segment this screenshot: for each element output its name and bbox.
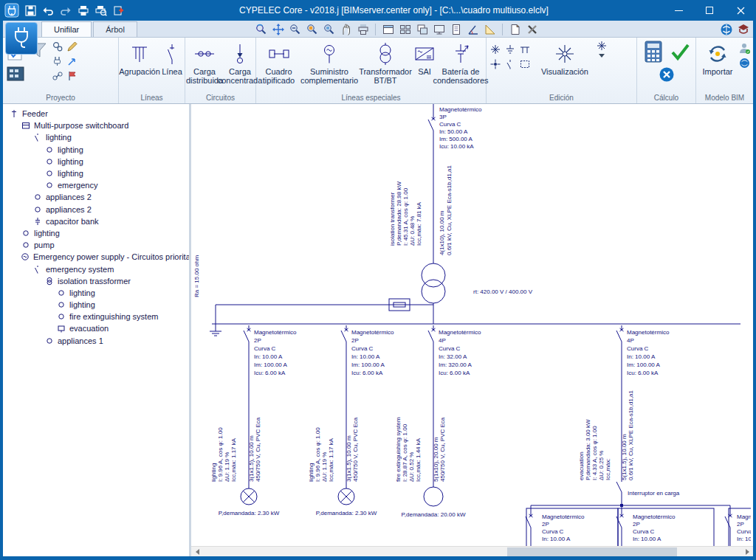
bateria-label: Batería de condensadores	[433, 67, 488, 85]
zoom-window-icon[interactable]	[305, 22, 319, 36]
export-icon[interactable]	[113, 5, 125, 16]
drawing-sheet-icon[interactable]	[449, 22, 463, 36]
symbol-node-icon[interactable]	[489, 58, 501, 70]
tree-item-lighting[interactable]: lighting	[3, 144, 189, 156]
tree-item-fire-extinguishing[interactable]: fire extinguishing system	[3, 311, 189, 322]
tab-arbol[interactable]: Árbol	[93, 21, 137, 37]
zoom-out-icon[interactable]	[288, 22, 302, 36]
redo-icon[interactable]	[60, 5, 72, 15]
pan-icon[interactable]	[339, 22, 353, 36]
print-drawing-icon[interactable]	[356, 22, 370, 36]
plug-config-icon[interactable]	[51, 55, 63, 67]
tree-label: evacuation	[69, 324, 109, 333]
tab-unifilar[interactable]: Unifilar	[41, 21, 92, 37]
minimize-button[interactable]	[663, 0, 694, 21]
bimserver-icon[interactable]	[719, 22, 733, 36]
tree-item-switchboard[interactable]: Multi-purpose switchboard	[3, 120, 189, 131]
branch4-breaker-symbol	[616, 325, 624, 345]
bateria-button[interactable]: Batería de condensadores	[438, 40, 484, 86]
scrollbar-thumb[interactable]	[507, 547, 677, 556]
zoom-extents-icon[interactable]	[271, 22, 285, 36]
horizontal-scrollbar[interactable]	[191, 546, 753, 556]
subpanel-icon	[56, 324, 66, 333]
tree-item-emergency-supply[interactable]: Emergency power supply - Circuitos prior…	[3, 251, 189, 263]
transformador-button[interactable]: Transformador BT/BT	[360, 40, 411, 86]
tile-windows-icon[interactable]	[398, 22, 412, 36]
agrupacion-button[interactable]: Agrupación	[121, 40, 158, 77]
svg-text:4(1x10), 10.00 m: 4(1x10), 10.00 m	[439, 210, 445, 255]
edicion-dropdown[interactable]	[593, 40, 611, 61]
save-icon[interactable]	[25, 5, 36, 16]
symbol-frame-icon[interactable]	[518, 58, 531, 70]
cancel-calculation-icon[interactable]	[659, 66, 675, 83]
print-preview-icon[interactable]	[95, 5, 107, 16]
agrupacion-icon	[128, 41, 151, 67]
tree-item-pump[interactable]: pump	[3, 239, 189, 251]
symbol-busbar-icon[interactable]	[518, 43, 531, 55]
options-gears-icon[interactable]	[51, 40, 63, 52]
scroll-left-arrow[interactable]	[191, 547, 203, 556]
tree-item-appliances2[interactable]: appliances 2	[3, 204, 189, 215]
check-results-icon[interactable]	[669, 40, 691, 63]
group-label-lineas: Líneas	[119, 93, 185, 103]
tree-label: emergency	[58, 181, 97, 190]
setsquare-icon[interactable]	[483, 22, 497, 36]
tree-item-lighting[interactable]: lighting	[3, 287, 189, 299]
tree-item-evacuation[interactable]: evacuation	[3, 322, 189, 334]
refresh-view-icon[interactable]	[254, 22, 268, 36]
tree-item-lighting[interactable]: lighting	[3, 167, 189, 179]
tree-item-appliances2[interactable]: appliances 2	[3, 191, 189, 203]
carga-concentrada-button[interactable]: Carga concentrada	[223, 40, 257, 86]
project-tree-panel[interactable]: Feeder Multi-purpose switchboard lightin…	[3, 104, 191, 556]
zoom-previous-icon[interactable]	[322, 22, 336, 36]
new-window-icon[interactable]	[381, 22, 395, 36]
calculator-icon[interactable]	[642, 40, 664, 63]
tree-item-lighting[interactable]: lighting	[3, 227, 189, 239]
tree-item-isolation-transformer[interactable]: isolation trassformer	[3, 275, 189, 287]
print-icon[interactable]	[78, 5, 89, 16]
user-account-icon[interactable]	[738, 42, 751, 55]
tree-label: pump	[34, 241, 55, 249]
main-breaker-symbol	[428, 114, 436, 134]
tree-item-lighting[interactable]: lighting	[3, 156, 189, 167]
importar-button[interactable]: Importar	[698, 40, 737, 77]
svg-text:4P: 4P	[627, 337, 634, 344]
tree-item-capacitor-bank[interactable]: capacitor bank	[3, 215, 189, 227]
close-button[interactable]	[725, 0, 756, 21]
linea-button[interactable]: Línea	[159, 40, 185, 77]
tree-item-emergency-system[interactable]: emergency system	[3, 263, 189, 274]
bim-sync-icon[interactable]	[738, 57, 751, 69]
tree-item-lighting[interactable]: lighting	[3, 299, 189, 311]
undo-icon[interactable]	[42, 5, 54, 15]
export-arrow-icon[interactable]	[66, 55, 78, 67]
tree-item-appliances1[interactable]: appliances 1	[3, 335, 189, 347]
edit-pencil-icon[interactable]	[66, 40, 78, 52]
visualizacion-button[interactable]: Visualización	[538, 40, 591, 77]
full-screen-icon[interactable]	[432, 22, 446, 36]
tree-item-feeder[interactable]: Feeder	[3, 108, 189, 120]
svg-text:ΔU: 0.25 %: ΔU: 0.25 %	[598, 451, 605, 480]
tree-item-lighting-group[interactable]: lighting	[3, 131, 189, 143]
tools-icon[interactable]	[525, 22, 539, 36]
carga-distribuida-button[interactable]: Carga distribuida	[188, 40, 221, 86]
symbol-ground-icon[interactable]	[504, 43, 516, 55]
link-icon[interactable]	[51, 69, 63, 82]
svg-text:Im: 500.00 A: Im: 500.00 A	[439, 136, 473, 142]
cascade-windows-icon[interactable]	[415, 22, 429, 36]
maximize-button[interactable]	[694, 0, 725, 21]
cuadro-tipificado-button[interactable]: Cuadro tipificado	[258, 40, 299, 86]
symbol-star-icon[interactable]	[489, 43, 501, 55]
template-sheet-icon[interactable]	[508, 22, 522, 36]
resources-icon[interactable]	[736, 22, 750, 36]
switchboard-panel-icon[interactable]	[5, 64, 26, 83]
tree-item-emergency[interactable]: emergency	[3, 179, 189, 191]
flag-icon[interactable]	[66, 69, 78, 82]
svg-text:2P: 2P	[351, 337, 359, 344]
suministro-button[interactable]: Suministro complementario	[300, 40, 358, 86]
svg-text:0.6/1 kV, Cu, XLPE Eca-s1b,d1,: 0.6/1 kV, Cu, XLPE Eca-s1b,d1,a1	[446, 165, 453, 255]
scroll-right-arrow[interactable]	[741, 547, 753, 556]
symbol-switch-icon[interactable]	[504, 58, 516, 70]
single-line-diagram-canvas[interactable]: Magnetotérmico 3P Curva C In: 50.00 A Im…	[191, 104, 753, 556]
angle-dimension-icon[interactable]	[466, 22, 480, 36]
application-button[interactable]	[5, 22, 38, 55]
